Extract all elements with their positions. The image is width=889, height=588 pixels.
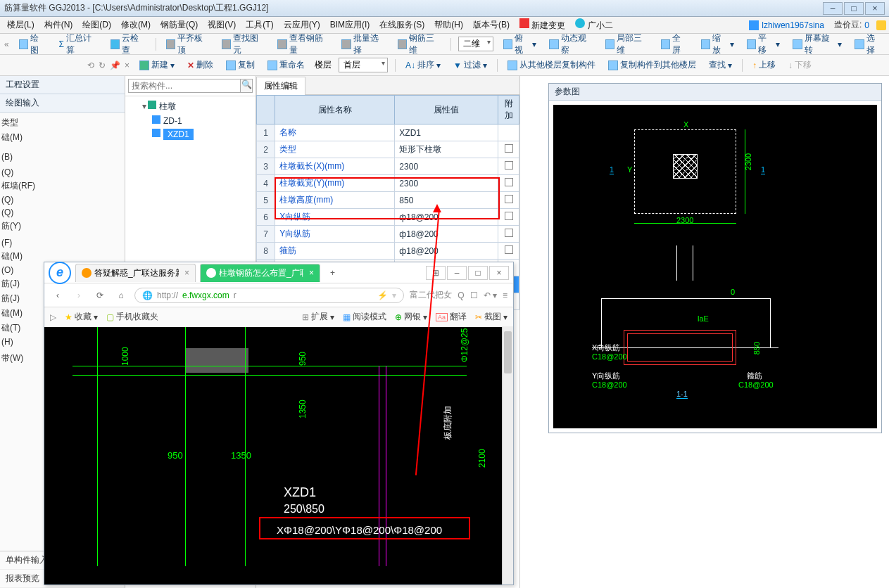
prop-value[interactable]: 矩形下柱墩 — [395, 141, 498, 158]
prop-add[interactable] — [498, 243, 519, 260]
prop-value[interactable]: XZD1 — [395, 124, 498, 141]
nav-back-button[interactable]: ‹ — [50, 288, 65, 303]
prop-add[interactable] — [498, 192, 519, 209]
maximize-button[interactable]: □ — [844, 2, 864, 15]
tool-orbit[interactable]: 动态观察 — [546, 31, 595, 58]
prop-add[interactable] — [498, 141, 519, 158]
tool-topview[interactable]: 俯视 ▾ — [500, 31, 539, 58]
tool-fullscreen[interactable]: 全屏 — [658, 31, 691, 58]
tool-down[interactable]: ↓下移 — [786, 58, 814, 72]
view-mode-combo[interactable]: 二维 — [458, 37, 493, 51]
tab-close-icon[interactable]: × — [309, 268, 314, 278]
search-input[interactable] — [128, 79, 241, 93]
tool-delete[interactable]: ✕删除 — [184, 58, 216, 72]
tool-pan[interactable]: 平移 ▾ — [744, 31, 783, 58]
prop-value[interactable]: ф18@200 — [395, 226, 498, 243]
tree-child[interactable]: ZD-1 — [128, 114, 253, 127]
tool-flat[interactable]: 平齐板顶 — [163, 31, 212, 58]
property-row[interactable]: 8 箍筋 ф18@200 — [257, 243, 519, 260]
browser-window[interactable]: e 答疑解惑_广联达服务新干线 × 柱墩钢筋怎么布置_广联达服 × + ⊞ – … — [44, 262, 514, 585]
tool-cloudcheck[interactable]: 云检查 — [108, 31, 149, 58]
tool-rebar3d[interactable]: 钢筋三维 — [395, 31, 443, 58]
tool-batchsel[interactable]: 批量选择 — [339, 31, 387, 58]
prop-value[interactable]: 2300 — [395, 158, 498, 175]
tree-node[interactable]: 框墙(RF) — [1, 179, 123, 193]
property-row[interactable]: 6 X向纵筋 ф18@200 — [257, 209, 519, 226]
browser-content[interactable]: 1000 950 1350 950 1350 2100 Φ12@25 板底附加 … — [44, 327, 513, 584]
search-preview[interactable]: 富二代把女 — [410, 289, 452, 301]
tool-new[interactable]: 新建 ▾ — [137, 58, 177, 72]
property-row[interactable]: 1 名称 XZD1 — [257, 124, 519, 141]
toolbar-read[interactable]: ▦阅读模式 — [343, 311, 386, 323]
property-row[interactable]: 7 Y向纵筋 ф18@200 — [257, 226, 519, 243]
panel-drawinput[interactable]: 绘图输入 — [0, 94, 125, 113]
tool-zoom[interactable]: 缩放 ▾ — [698, 31, 737, 58]
tool-copyfrom[interactable]: 从其他楼层复制构件 — [505, 58, 598, 72]
new-tab-button[interactable]: + — [324, 267, 341, 279]
browser-tab-1[interactable]: 答疑解惑_广联达服务新干线 × — [75, 264, 196, 282]
undo-icon[interactable]: ↶ ▾ — [484, 290, 497, 300]
bookmark-mobile[interactable]: ▢手机收藏夹 — [106, 311, 158, 323]
tool-up[interactable]: ↑上移 — [750, 58, 778, 72]
nav-home-button[interactable]: ⌂ — [113, 288, 129, 303]
bookmark-fav[interactable]: ★收藏 ▾ — [65, 311, 98, 323]
tool-draw[interactable]: 绘图 — [16, 31, 49, 58]
tool-viewrebar[interactable]: 查看钢筋量 — [275, 31, 332, 58]
tab-properties[interactable]: 属性编辑 — [256, 77, 305, 95]
browser-close-button[interactable]: × — [489, 266, 509, 280]
toolbar-bank[interactable]: ⊕网银 ▾ — [395, 311, 427, 323]
tool-find[interactable]: 查找图元 — [219, 31, 267, 58]
property-row[interactable]: 3 柱墩截长(X)(mm) 2300 — [257, 158, 519, 175]
tool-sum[interactable]: Σ汇总计算 — [56, 31, 100, 58]
floor-combo[interactable]: 首层 — [339, 58, 388, 72]
content-scrollbar[interactable] — [502, 327, 513, 584]
prop-add[interactable] — [498, 175, 519, 192]
tool-copy[interactable]: 复制 — [223, 58, 258, 72]
tree-node[interactable]: (Q) — [1, 193, 123, 206]
tree-root[interactable]: ▾柱墩 — [128, 99, 253, 114]
tree-node[interactable]: (Q) — [1, 206, 123, 219]
address-bar[interactable]: 🌐 http://e.fwxgx.comr ⚡ ▾ — [134, 288, 404, 303]
property-row[interactable]: 4 柱墩截宽(Y)(mm) 2300 — [257, 175, 519, 192]
prop-value[interactable]: 2300 — [395, 175, 498, 192]
prop-add[interactable] — [498, 226, 519, 243]
user-label[interactable]: lzhiwen1967sina — [749, 20, 824, 30]
prop-add[interactable] — [498, 209, 519, 226]
tool-rotate[interactable]: 屏幕旋转 ▾ — [790, 31, 845, 58]
tool-rename[interactable]: 重命名 — [265, 58, 308, 72]
browser-maximize-button[interactable]: □ — [468, 266, 488, 280]
toolbar-ext[interactable]: ⊞扩展 ▾ — [302, 311, 334, 323]
nav-reload-button[interactable]: ⟳ — [92, 288, 108, 303]
property-row[interactable]: 5 柱墩高度(mm) 850 — [257, 192, 519, 209]
prop-add[interactable] — [498, 158, 519, 175]
menu-icon[interactable]: ≡ — [503, 290, 507, 300]
tree-node[interactable]: (Q) — [1, 166, 123, 179]
flash-icon[interactable]: ⚡ — [377, 290, 388, 300]
toolbar-translate[interactable]: Aa翻译 — [436, 311, 467, 323]
browser-tool-icon[interactable]: ⊞ — [426, 266, 446, 280]
tab-close-icon[interactable]: × — [184, 268, 189, 278]
tool-filter[interactable]: ▼过滤 ▾ — [450, 58, 490, 72]
tree-node[interactable]: 础(M) — [1, 130, 123, 145]
prop-value[interactable]: ф18@200 — [395, 209, 498, 226]
tool-local3d[interactable]: 局部三维 — [603, 31, 651, 58]
tree-node[interactable]: 筋(Y) — [1, 219, 123, 234]
tool-select[interactable]: 选择 — [852, 31, 885, 58]
bell-icon[interactable] — [876, 20, 886, 30]
browser-tab-2[interactable]: 柱墩钢筋怎么布置_广联达服 × — [200, 264, 320, 282]
tree-node[interactable]: 类型 — [1, 115, 123, 130]
nav-forward-button[interactable]: › — [71, 288, 87, 303]
tree-node[interactable]: (B) — [1, 151, 123, 163]
bookmark-expand-icon[interactable]: ▷ — [50, 312, 56, 322]
tree-node[interactable]: (F) — [1, 236, 123, 249]
minimize-button[interactable]: – — [823, 2, 843, 15]
prop-value[interactable]: 850 — [395, 192, 498, 209]
search-button[interactable]: 🔍 — [241, 79, 253, 93]
left-pin-icon[interactable]: 📌 — [110, 60, 120, 70]
property-row[interactable]: 2 类型 矩形下柱墩 — [257, 141, 519, 158]
close-button[interactable]: × — [865, 2, 885, 15]
prop-add[interactable] — [498, 124, 519, 141]
toolbar-screenshot[interactable]: ✂截图 ▾ — [475, 311, 507, 323]
search-icon[interactable]: Q — [458, 290, 464, 300]
panel-project[interactable]: 工程设置 — [0, 76, 125, 94]
